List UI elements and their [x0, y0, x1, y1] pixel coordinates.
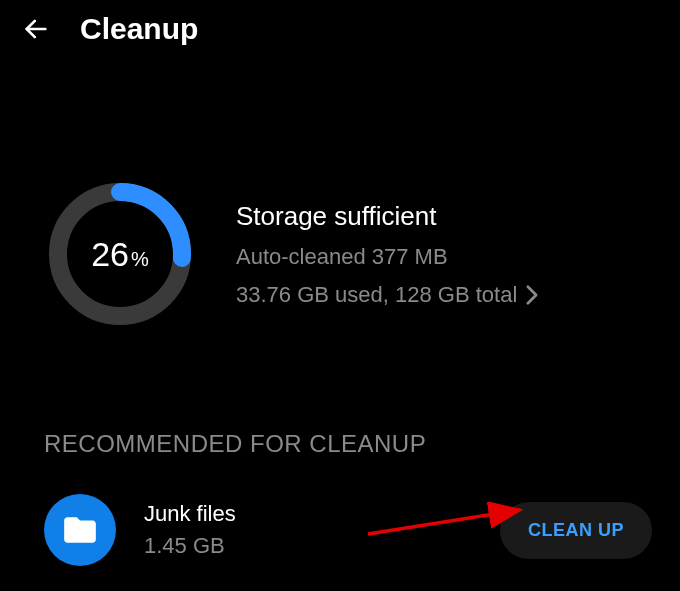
storage-auto-cleaned: Auto-cleaned 377 MB — [236, 244, 539, 270]
header: Cleanup — [0, 0, 680, 58]
junk-files-row: Junk files 1.45 GB CLEAN UP — [0, 458, 680, 566]
clean-up-button[interactable]: CLEAN UP — [500, 502, 652, 559]
recommended-section-header: RECOMMENDED FOR CLEANUP — [0, 430, 680, 458]
folder-icon — [44, 494, 116, 566]
storage-percent-unit: % — [131, 248, 149, 271]
chevron-right-icon — [525, 284, 539, 306]
junk-files-info: Junk files 1.45 GB — [144, 501, 472, 559]
storage-info: Storage sufficient Auto-cleaned 377 MB 3… — [236, 201, 539, 308]
storage-percent: 26 % — [91, 235, 149, 274]
junk-files-title: Junk files — [144, 501, 472, 527]
storage-percent-value: 26 — [91, 235, 129, 274]
storage-summary: 26 % Storage sufficient Auto-cleaned 377… — [0, 58, 680, 330]
storage-ring-chart: 26 % — [44, 178, 196, 330]
storage-status: Storage sufficient — [236, 201, 539, 232]
back-arrow-icon[interactable] — [20, 13, 52, 45]
page-title: Cleanup — [80, 12, 198, 46]
storage-detail-row[interactable]: 33.76 GB used, 128 GB total — [236, 282, 539, 308]
storage-detail-text: 33.76 GB used, 128 GB total — [236, 282, 517, 308]
junk-files-size: 1.45 GB — [144, 533, 472, 559]
